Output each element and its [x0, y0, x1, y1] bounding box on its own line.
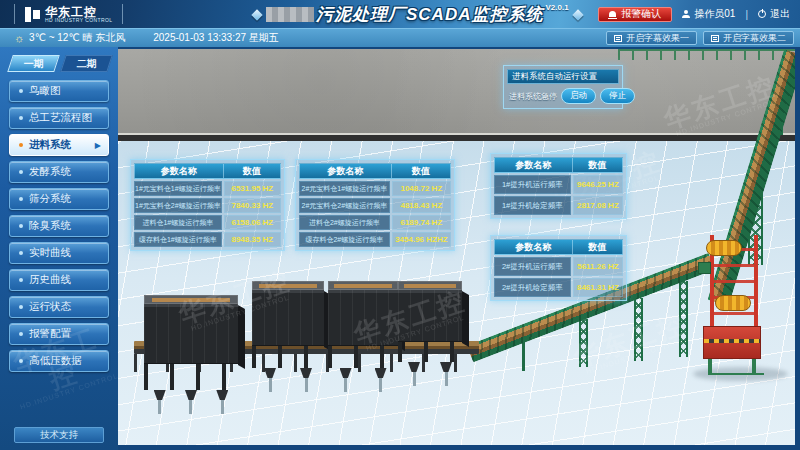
logo-subtitle: HD INDUSTRY CONTROL [45, 18, 112, 23]
table-row: 缓存料仓1#螺旋运行频率8948.35 HZ [134, 232, 281, 247]
hopper-front [252, 290, 324, 346]
param-name-cell: 1#提升机运行频率 [494, 175, 571, 194]
param-value-cell: 3454.96 HZHZ [392, 232, 451, 247]
operator-badge[interactable]: 操作员01 [682, 7, 735, 21]
column-header: 参数名称 [135, 164, 224, 178]
column-header: 数值 [392, 164, 450, 178]
power-icon [758, 10, 766, 18]
bullet-icon [19, 143, 23, 147]
bell-icon [609, 11, 616, 17]
column-header: 参数名称 [300, 164, 392, 178]
hopper-front [144, 304, 238, 364]
version-label: V2.0.1 [545, 3, 568, 12]
subtitle-toggle-2[interactable]: 开启字幕效果二 [703, 31, 794, 45]
table-row: 缓存料仓2#螺旋运行频率3454.96 HZHZ [299, 232, 451, 247]
green-fence [618, 49, 795, 60]
hopper-3 [328, 281, 398, 392]
floor-tabs: 一期 二期 [10, 55, 110, 72]
hopper-legs [144, 364, 238, 390]
subtitle-toggle-1[interactable]: 开启字幕效果一 [606, 31, 697, 45]
hopper-feeders [252, 368, 324, 378]
page-title-group: 污泥处理厂SCADA监控系统 V2.0.1 [248, 3, 587, 26]
param-name-cell: 2#提升机运行频率 [494, 257, 571, 276]
param-value-cell: 5611.26 HZ [573, 257, 623, 276]
dialog-title: 进料系统自动运行设置 [507, 69, 619, 84]
sidebar-item-hv-lv-data[interactable]: 高低压数据 [9, 350, 109, 372]
param-value-cell: 7840.33 HZ [224, 198, 281, 213]
hopper-top [328, 281, 398, 290]
bullet-icon [19, 170, 23, 174]
param-panel-silo-2: 参数名称数值 2#元宝料仓1#螺旋运行频率1048.72 HZ 2#元宝料仓2#… [295, 159, 455, 251]
diamond-icon [572, 9, 583, 20]
hopper-4 [398, 281, 462, 386]
sidebar-item-realtime-curve[interactable]: 实时曲线 [9, 242, 109, 264]
sidebar-item-history-curve[interactable]: 历史曲线 [9, 269, 109, 291]
param-value-cell: 9646.25 HZ [573, 175, 623, 194]
column-header: 数值 [224, 164, 280, 178]
hopper-pipes [252, 378, 324, 392]
bullet-icon [19, 89, 23, 93]
param-name-cell: 2#元宝料仓1#螺旋运行频率 [299, 181, 390, 196]
bullet-icon [19, 305, 23, 309]
param-panel-silo-1: 参数名称数值 1#元宝料仓1#螺旋运行频率6531.95 HZ 1#元宝料仓2#… [130, 159, 285, 251]
sidebar: 一期 二期 鸟瞰图 总工艺流程图 进料系统▶ 发酵系统 筛分系统 除臭系统 实时… [0, 47, 118, 450]
sidebar-item-deodorization-system[interactable]: 除臭系统 [9, 215, 109, 237]
logout-button[interactable]: 退出 [758, 7, 790, 21]
stop-button[interactable]: 停止 [600, 88, 635, 104]
datetime-text: 2025-01-03 13:33:27 星期五 [153, 31, 279, 45]
logo-title: 华东工控 [45, 6, 112, 18]
param-value-cell: 2817.08 HZ [573, 196, 623, 215]
param-value-cell: 4818.43 HZ [392, 198, 451, 213]
table-row: 2#提升机运行频率5611.26 HZ [494, 257, 623, 276]
sidebar-item-feed-system[interactable]: 进料系统▶ [9, 134, 109, 156]
param-panel-elevator-1: 参数名称数值 1#提升机运行频率9646.25 HZ 1#提升机给定频率2817… [490, 153, 627, 219]
roller-drum [715, 295, 751, 311]
hopper-1 [144, 295, 238, 414]
column-header: 数值 [573, 240, 622, 254]
bullet-icon [19, 224, 23, 228]
weather-text: 3℃ ~ 12℃ 晴 东北风 [29, 31, 125, 45]
conveyor-leg [679, 281, 688, 357]
sidebar-item-fermentation-system[interactable]: 发酵系统 [9, 161, 109, 183]
sidebar-item-alarm-config[interactable]: 报警配置 [9, 323, 109, 345]
column-header: 参数名称 [495, 158, 573, 172]
dialog-row-label: 进料系统急停 [509, 91, 557, 102]
tab-phase-2[interactable]: 二期 [60, 55, 113, 72]
chevron-right-icon: ▶ [95, 141, 101, 150]
start-button[interactable]: 启动 [561, 88, 596, 104]
table-row: 2#元宝料仓1#螺旋运行频率1048.72 HZ [299, 181, 451, 196]
param-value-cell: 8461.31 HZ [573, 278, 623, 297]
logo-icon [25, 7, 40, 22]
param-name-cell: 2#提升机给定频率 [494, 278, 571, 297]
hopper-feeders [328, 368, 398, 378]
table-row: 进料仓1#螺旋运行频率6158.06 HZ [134, 215, 281, 230]
status-bar: ☼ 3℃ ~ 12℃ 晴 东北风 2025-01-03 13:33:27 星期五… [0, 28, 800, 47]
elevator-tower [698, 235, 770, 375]
table-row: 进料仓2#螺旋运行频率6189.74 HZ [299, 215, 451, 230]
param-name-cell: 缓存料仓2#螺旋运行频率 [299, 232, 390, 247]
hopper-top [144, 295, 238, 304]
param-name-cell: 1#元宝料仓2#螺旋运行频率 [134, 198, 222, 213]
sidebar-item-birdview[interactable]: 鸟瞰图 [9, 80, 109, 102]
weather-icon: ☼ [14, 32, 24, 44]
param-name-cell: 2#元宝料仓2#螺旋运行频率 [299, 198, 390, 213]
sidebar-item-run-status[interactable]: 运行状态 [9, 296, 109, 318]
alarm-confirm-button[interactable]: 报警确认 [598, 7, 672, 22]
hopper-2 [252, 281, 324, 392]
column-header: 数值 [573, 158, 622, 172]
param-name-cell: 进料仓2#螺旋运行频率 [299, 215, 390, 230]
hopper-feeders [398, 362, 462, 372]
hopper-legs [398, 342, 462, 362]
page-title: 污泥处理厂SCADA监控系统 [316, 3, 543, 26]
param-name-cell: 缓存料仓1#螺旋运行频率 [134, 232, 222, 247]
app-logo: 华东工控 HD INDUSTRY CONTROL [14, 4, 123, 24]
elevator-car [703, 326, 761, 359]
tab-phase-1[interactable]: 一期 [7, 55, 60, 72]
sidebar-item-screening-system[interactable]: 筛分系统 [9, 188, 109, 210]
tech-support-button[interactable]: 技术支持 [14, 427, 104, 443]
feed-autorun-dialog: 进料系统自动运行设置 进料系统急停 启动 停止 [503, 65, 623, 109]
sidebar-item-process-flow[interactable]: 总工艺流程图 [9, 107, 109, 129]
subtitle-icon [711, 35, 719, 42]
subtitle-icon [614, 35, 622, 42]
column-header: 参数名称 [495, 240, 573, 254]
